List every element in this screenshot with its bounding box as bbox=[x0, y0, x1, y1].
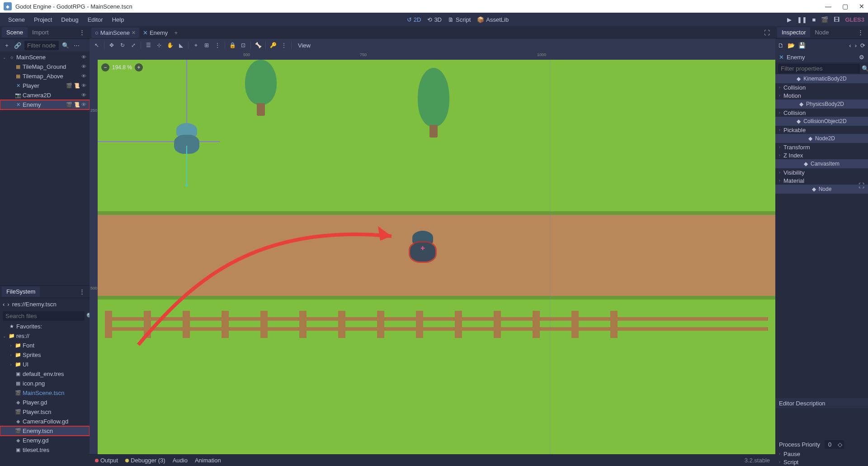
fs-item-ui[interactable]: ›📁UI bbox=[0, 360, 90, 369]
script-icon[interactable]: 📜 bbox=[74, 83, 80, 89]
fs-item-enemy-gd[interactable]: ◆Enemy.gd bbox=[0, 436, 90, 445]
ins-fwd-button[interactable]: › bbox=[855, 42, 857, 49]
fs-item-font[interactable]: ›📁Font bbox=[0, 341, 90, 350]
fs-panel-menu-icon[interactable]: ⋮ bbox=[76, 288, 88, 295]
ins-back-button[interactable]: ‹ bbox=[849, 42, 851, 49]
process-priority-input[interactable]: 0 ◇ bbox=[825, 440, 844, 449]
film-icon[interactable]: 🎬 bbox=[66, 102, 72, 108]
minimize-button[interactable]: — bbox=[825, 3, 831, 10]
fs-item-default-env-tres[interactable]: ▣default_env.tres bbox=[0, 369, 90, 379]
inspector-row-material[interactable]: ›Material bbox=[775, 176, 868, 185]
scene-node-tilemap-above[interactable]: ▦Tilemap_Above👁 bbox=[0, 71, 90, 81]
bone-tool-icon[interactable]: 🦴 bbox=[254, 41, 263, 49]
inspector-row-collision[interactable]: ›Collision bbox=[775, 109, 868, 117]
list-tool-icon[interactable]: ☰ bbox=[144, 41, 153, 49]
visibility-icon[interactable]: 👁 bbox=[81, 73, 88, 80]
add-scene-tab-button[interactable]: + bbox=[174, 29, 178, 36]
select-tool-icon[interactable]: ↖ bbox=[92, 41, 101, 49]
inspector-row-pickable[interactable]: ›Pickable bbox=[775, 126, 868, 134]
renderer-dropdown[interactable]: GLES3 bbox=[845, 16, 864, 23]
fs-back-button[interactable]: ‹ bbox=[3, 301, 5, 308]
view-menu-button[interactable]: View bbox=[294, 42, 314, 49]
right-distraction-free-button[interactable]: ⛶ bbox=[859, 182, 864, 189]
scene-node-camera2d[interactable]: 📷Camera2D👁 bbox=[0, 90, 90, 100]
visibility-icon[interactable]: 👁 bbox=[81, 102, 88, 108]
inspector-panel-menu-icon[interactable]: ⋮ bbox=[855, 29, 866, 36]
distraction-free-button[interactable]: ⛶ bbox=[760, 29, 774, 36]
anim-tool-icon[interactable]: 🔑 bbox=[269, 41, 278, 49]
inspector-filter-input[interactable] bbox=[778, 64, 860, 73]
scale-tool-icon[interactable]: ⤢ bbox=[129, 41, 138, 49]
fs-item-player-gd[interactable]: ◆Player.gd bbox=[0, 398, 90, 407]
inspector-row-transform[interactable]: ›Transform bbox=[775, 143, 868, 151]
tab-node[interactable]: Node bbox=[810, 27, 833, 38]
scene-filter-input[interactable] bbox=[24, 41, 59, 50]
fs-item-enemy-tscn[interactable]: 🎬Enemy.tscn bbox=[0, 426, 90, 436]
inspector-row-z-index[interactable]: ›Z Index bbox=[775, 151, 868, 159]
fs-item-sprites[interactable]: ›📁Sprites bbox=[0, 350, 90, 360]
ins-refresh-icon[interactable]: ⟳ bbox=[860, 42, 865, 49]
ins-save-icon[interactable]: 💾 bbox=[798, 42, 806, 49]
scene-search-icon[interactable]: 🔍 bbox=[61, 41, 70, 49]
bottom-animation-button[interactable]: Animation bbox=[195, 457, 221, 464]
menu-help[interactable]: Help bbox=[108, 16, 129, 23]
play-button[interactable]: ▶ bbox=[787, 16, 792, 23]
inspector-row-collision[interactable]: ›Collision bbox=[775, 83, 868, 91]
menu-scene[interactable]: Scene bbox=[4, 16, 29, 23]
lock-tool-icon[interactable]: 🔒 bbox=[228, 41, 237, 49]
fs-item-mainscene-tscn[interactable]: 🎬MainScene.tscn bbox=[0, 388, 90, 398]
scene-tab-enemy[interactable]: ✕Enemy bbox=[139, 28, 171, 38]
ruler-tool-icon[interactable]: ⊹ bbox=[155, 41, 164, 49]
tab-inspector[interactable]: Inspector bbox=[777, 27, 810, 38]
tab-scene[interactable]: Scene bbox=[2, 27, 28, 38]
fs-search-input[interactable] bbox=[3, 311, 85, 321]
close-button[interactable]: ✕ bbox=[859, 3, 864, 10]
inspector-row-motion[interactable]: ›Motion bbox=[775, 91, 868, 100]
snap-menu-icon[interactable]: ⋮ bbox=[213, 41, 222, 49]
visibility-icon[interactable]: 👁 bbox=[81, 64, 88, 70]
inspector-script-row[interactable]: ›Script bbox=[775, 458, 868, 466]
scene-panel-menu-icon[interactable]: ⋮ bbox=[76, 29, 88, 36]
fs-path-input[interactable] bbox=[12, 301, 89, 308]
pan-tool-icon[interactable]: ✋ bbox=[165, 41, 175, 49]
menu-editor[interactable]: Editor bbox=[83, 16, 108, 23]
play-custom-button[interactable]: 🎞 bbox=[834, 16, 840, 23]
viewport-2d[interactable]: − 194.8 % + bbox=[98, 60, 775, 454]
bottom-output-button[interactable]: Output bbox=[95, 457, 118, 464]
snap2-tool-icon[interactable]: ⊞ bbox=[202, 41, 211, 49]
tab-import[interactable]: Import bbox=[28, 27, 53, 38]
rotate-tool-icon[interactable]: ↻ bbox=[118, 41, 127, 49]
visibility-icon[interactable]: 👁 bbox=[81, 54, 88, 61]
snap-tool-icon[interactable]: ⌖ bbox=[191, 41, 200, 49]
menu-debug[interactable]: Debug bbox=[57, 16, 83, 23]
inspector-pause-row[interactable]: ›Pause bbox=[775, 450, 868, 458]
script-icon[interactable]: 📜 bbox=[74, 102, 80, 108]
menu-project[interactable]: Project bbox=[29, 16, 57, 23]
play-scene-button[interactable]: 🎬 bbox=[821, 16, 828, 23]
fs-item-res---[interactable]: ⌄📁res:// bbox=[0, 331, 90, 341]
fs-item-camerafollow-gd[interactable]: ◆CameraFollow.gd bbox=[0, 417, 90, 426]
visibility-icon[interactable]: 👁 bbox=[81, 92, 88, 99]
add-node-button[interactable]: + bbox=[3, 41, 11, 49]
anim-menu-icon[interactable]: ⋮ bbox=[279, 41, 288, 49]
mode-3d-button[interactable]: ⟲ 3D bbox=[427, 16, 442, 23]
enemy-sprite[interactable] bbox=[410, 231, 436, 262]
scene-node-tilemap-ground[interactable]: ▦TileMap_Ground👁 bbox=[0, 62, 90, 71]
mode-script-button[interactable]: 🗎 Script bbox=[448, 16, 471, 23]
zoom-out-button[interactable]: − bbox=[101, 63, 109, 71]
bottom-debugger-button[interactable]: Debugger (3) bbox=[125, 457, 165, 464]
scene-node-player[interactable]: ✕Player🎬📜👁 bbox=[0, 81, 90, 90]
fs-item-tileset-tres[interactable]: ▣tileset.tres bbox=[0, 445, 90, 455]
bottom-audio-button[interactable]: Audio bbox=[173, 457, 188, 464]
link-button[interactable]: 🔗 bbox=[14, 41, 22, 49]
scene-extra-icon[interactable]: ⋯ bbox=[72, 41, 80, 49]
maximize-button[interactable]: ▢ bbox=[842, 3, 848, 10]
fs-favorites[interactable]: ★ Favorites: bbox=[0, 322, 90, 331]
visibility-icon[interactable]: 👁 bbox=[81, 83, 88, 89]
tab-filesystem[interactable]: FileSystem bbox=[2, 286, 40, 297]
film-icon[interactable]: 🎬 bbox=[66, 83, 72, 89]
fs-item-player-tscn[interactable]: 🎬Player.tscn bbox=[0, 407, 90, 417]
mode-assetlib-button[interactable]: 📦 AssetLib bbox=[477, 16, 509, 23]
stop-button[interactable]: ■ bbox=[812, 16, 816, 23]
zoom-in-button[interactable]: + bbox=[135, 63, 143, 71]
